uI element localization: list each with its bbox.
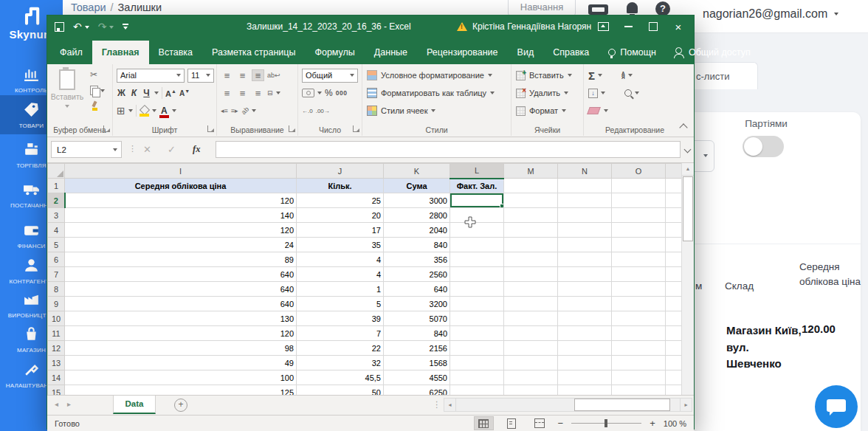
column-header[interactable]: M	[504, 164, 558, 179]
cell[interactable]	[612, 193, 666, 208]
cell[interactable]: 120	[65, 326, 297, 341]
wrap-text-button[interactable]: ab↩	[267, 72, 280, 79]
cell[interactable]: 1	[297, 282, 384, 297]
cell[interactable]	[504, 252, 558, 267]
row-header[interactable]: 12	[48, 341, 65, 356]
number-format-combo[interactable]: Общий	[302, 69, 358, 83]
cell[interactable]: 6250	[384, 385, 450, 396]
cell[interactable]: 3200	[384, 297, 450, 311]
cut-button[interactable]: ✂	[90, 69, 105, 80]
account-user[interactable]: Крістіна Геннадіївна Нагорян	[457, 21, 591, 32]
cell[interactable]: 7	[297, 326, 384, 341]
redo-button[interactable]: ↷	[98, 21, 114, 32]
vertical-scroll-thumb[interactable]	[683, 176, 693, 241]
cell[interactable]: 4	[297, 267, 384, 282]
comma-style-button[interactable]: 000	[336, 89, 348, 97]
cell[interactable]	[450, 238, 504, 252]
cell[interactable]	[504, 311, 558, 326]
font-size-combo[interactable]: 11	[187, 69, 214, 83]
increase-decimal-icon[interactable]	[302, 108, 313, 114]
cell[interactable]	[504, 385, 558, 396]
cell[interactable]	[558, 193, 612, 208]
page-layout-view-button[interactable]	[502, 416, 522, 430]
italic-button[interactable]: К	[129, 88, 139, 98]
cell[interactable]	[504, 282, 558, 297]
row-header[interactable]: 10	[48, 311, 65, 326]
cell[interactable]	[558, 223, 612, 238]
cell[interactable]	[450, 341, 504, 356]
ribbon-tab-person[interactable]: Общий доступ	[666, 41, 760, 64]
borders-dropdown-icon[interactable]	[128, 109, 133, 112]
cell[interactable]: 24	[65, 238, 297, 252]
cell[interactable]: 4	[297, 252, 384, 267]
header-cell[interactable]: Сума	[384, 179, 450, 193]
cell[interactable]: 840	[384, 238, 450, 252]
header-cell[interactable]: Середня облікова ціна	[65, 179, 297, 193]
cancel-icon[interactable]: ✕	[143, 144, 151, 155]
accounting-format-icon[interactable]	[302, 89, 314, 97]
cell[interactable]	[450, 267, 504, 282]
align-center-button[interactable]: ≡	[236, 87, 249, 99]
cell[interactable]	[612, 238, 666, 252]
cell[interactable]: 120	[65, 223, 297, 238]
column-header[interactable]	[666, 164, 683, 179]
column-header[interactable]: L	[450, 164, 504, 179]
cell[interactable]	[558, 179, 612, 193]
cell[interactable]	[558, 208, 612, 223]
enter-icon[interactable]: ✓	[168, 144, 176, 155]
cell[interactable]: 840	[384, 326, 450, 341]
ribbon-tab[interactable]: Рецензирование	[417, 41, 508, 64]
cell[interactable]: 2156	[384, 341, 450, 356]
cell[interactable]	[558, 282, 612, 297]
ribbon-display-options-icon[interactable]	[590, 15, 616, 38]
tab-bar-splitter[interactable]: ⋮	[433, 399, 441, 410]
select-all-corner[interactable]	[48, 164, 65, 179]
underline-dropdown-icon[interactable]	[154, 92, 159, 94]
cell[interactable]: 1568	[384, 356, 450, 370]
batches-toggle[interactable]	[743, 136, 784, 157]
row-header[interactable]: 8	[48, 282, 65, 297]
cell[interactable]	[504, 208, 558, 223]
breadcrumb-section[interactable]: Товари	[71, 1, 106, 13]
sheet-nav-arrows[interactable]: ◂▸	[55, 400, 80, 408]
cell[interactable]	[450, 326, 504, 341]
learning-button[interactable]: Навчання	[508, 0, 576, 16]
cell[interactable]: 32	[297, 356, 384, 370]
cell[interactable]	[612, 385, 666, 396]
vertical-scrollbar[interactable]: ▲	[681, 163, 694, 395]
sort-dropdown-icon[interactable]	[628, 74, 633, 77]
ribbon-tab[interactable]: Файл	[50, 41, 92, 64]
clear-button[interactable]	[587, 107, 601, 114]
maximize-button[interactable]	[641, 15, 666, 38]
header-cell[interactable]: Факт. Зал.	[450, 179, 504, 193]
cell[interactable]	[558, 341, 612, 356]
cell[interactable]	[558, 238, 612, 252]
align-middle-button[interactable]: ≡	[236, 69, 249, 81]
header-cell[interactable]: Кільк.	[297, 179, 384, 193]
cell[interactable]	[666, 356, 683, 370]
cell[interactable]	[558, 370, 612, 385]
fill-button[interactable]: ↓	[588, 89, 598, 98]
column-header[interactable]: K	[384, 164, 450, 179]
cell[interactable]	[612, 282, 666, 297]
ribbon-tab[interactable]: Справка	[543, 41, 599, 64]
align-bottom-button[interactable]: ≡	[252, 69, 264, 81]
accounting-dropdown-icon[interactable]	[317, 92, 322, 94]
find-dropdown-icon[interactable]	[635, 92, 639, 94]
minimize-button[interactable]	[616, 15, 641, 38]
align-left-button[interactable]: ≡	[221, 87, 233, 99]
cell[interactable]: 2560	[384, 267, 450, 282]
format-as-table-button[interactable]: Форматировать как таблицу	[367, 86, 495, 100]
cell[interactable]: 2800	[384, 208, 450, 223]
formula-bar-splitter[interactable]: ⋮	[128, 144, 137, 154]
cell[interactable]	[666, 252, 683, 267]
autosum-button[interactable]: Σ	[588, 69, 595, 82]
cell[interactable]	[504, 356, 558, 370]
cell[interactable]	[504, 223, 558, 238]
format-painter-button[interactable]	[90, 101, 105, 111]
ribbon-tab[interactable]: Вид	[508, 41, 544, 64]
save-icon[interactable]	[55, 22, 64, 32]
cell[interactable]	[666, 223, 683, 238]
row-header[interactable]: 5	[48, 238, 65, 252]
ribbon-tab[interactable]: Формулы	[305, 41, 364, 64]
